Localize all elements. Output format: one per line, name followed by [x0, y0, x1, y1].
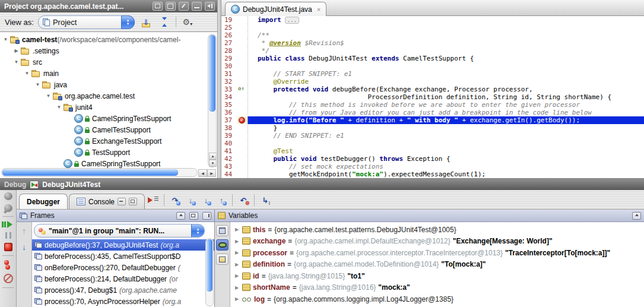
gutter-cell[interactable]: [237, 24, 248, 31]
resume-program-icon[interactable]: [7, 221, 12, 228]
line-number[interactable]: 31: [221, 70, 237, 78]
code-text[interactable]: log.info("Before " + definition + " with…: [248, 116, 644, 124]
code-line[interactable]: 32 @Override: [221, 78, 644, 86]
scroll-down-button[interactable]: ▼: [209, 160, 217, 167]
line-number[interactable]: 33: [221, 86, 237, 93]
code-line[interactable]: 44 getMockEndpoint("mock:a").expectedMes…: [221, 170, 644, 178]
variable-row[interactable]: ▶shortName = {java.lang.String@1016}"moc…: [230, 282, 644, 294]
tree-expander-icon[interactable]: ▼: [34, 82, 42, 87]
view-breakpoints-icon[interactable]: [4, 260, 12, 270]
line-number[interactable]: 36: [221, 109, 237, 116]
hide-panel-icon[interactable]: [205, 2, 215, 11]
step-into-icon[interactable]: ↓: [183, 193, 198, 207]
variable-row[interactable]: ▶exchange = {org.apache.camel.impl.Defau…: [230, 236, 644, 248]
code-text[interactable]: import...: [248, 16, 644, 24]
float-icon[interactable]: [189, 212, 198, 220]
variable-row[interactable]: ▶log = {org.apache.commons.logging.impl.…: [230, 293, 644, 305]
tree-expander-icon[interactable]: ▼: [45, 93, 52, 99]
stack-frame-row[interactable]: onBeforeProcess():270, DefaultDebugger (: [32, 262, 214, 273]
stack-frame-row[interactable]: beforeProcess():435, CamelTestSupport$D: [32, 251, 214, 262]
override-marker-icon[interactable]: o↑: [238, 86, 245, 91]
calculator-icon[interactable]: [216, 225, 229, 236]
close-tab-icon[interactable]: ×: [317, 6, 321, 13]
code-text[interactable]: * @version $Revision$: [248, 39, 644, 47]
code-text[interactable]: [248, 24, 644, 31]
gutter-cell[interactable]: [237, 16, 248, 24]
line-number[interactable]: 42: [221, 155, 237, 163]
pane-splitter[interactable]: [217, 0, 221, 178]
code-text[interactable]: // set mock expectations: [248, 163, 644, 170]
frame-down-icon[interactable]: ↓: [22, 242, 26, 252]
code-text[interactable]: protected void debugBefore(Exchange exch…: [248, 86, 644, 93]
auto-variables-icon[interactable]: [216, 254, 229, 265]
code-line[interactable]: 36 // from your Java editor you can just…: [221, 109, 644, 116]
line-number[interactable]: 25: [221, 24, 237, 31]
line-number[interactable]: 35: [221, 101, 237, 109]
gutter-cell[interactable]: [237, 93, 248, 101]
tree-horizontal-scrollbar[interactable]: [1, 168, 198, 177]
line-number[interactable]: 30: [221, 62, 237, 70]
code-text[interactable]: /**: [248, 31, 644, 39]
code-line[interactable]: 19import...: [221, 16, 644, 24]
gutter-cell[interactable]: [237, 109, 248, 116]
gutter-cell[interactable]: [237, 132, 248, 140]
gutter-cell[interactable]: [237, 147, 248, 155]
minimize-icon[interactable]: [192, 2, 202, 11]
scrollbar-thumb[interactable]: [207, 239, 212, 292]
collapse-all-icon[interactable]: [157, 15, 172, 29]
code-line[interactable]: 41 @Test: [221, 147, 644, 155]
code-text[interactable]: public void testDebugger() throws Except…: [248, 155, 644, 163]
gutter-cell[interactable]: [237, 124, 248, 132]
line-number[interactable]: 40: [221, 140, 237, 147]
code-line[interactable]: 25: [221, 24, 644, 31]
step-out-icon[interactable]: ↑: [214, 193, 229, 207]
gutter-cell[interactable]: [237, 39, 248, 47]
gutter-cell[interactable]: [237, 55, 248, 62]
thread-select[interactable]: "main"@1 in group "main": RUN... ▲ ▼: [34, 224, 205, 238]
autoscroll-to-source-icon[interactable]: ⇓: [139, 15, 153, 29]
mute-breakpoints-icon[interactable]: [4, 274, 13, 283]
bug-icon[interactable]: [4, 192, 12, 200]
tree-item[interactable]: ▼main: [0, 68, 217, 79]
code-line[interactable]: 27 * @version $Revision$: [221, 39, 644, 47]
gutter-cell[interactable]: [237, 70, 248, 78]
code-text[interactable]: // START SNIPPET: e1: [248, 70, 644, 78]
code-line[interactable]: 37✓ log.info("Before " + definition + " …: [221, 116, 644, 124]
pin-icon[interactable]: [179, 2, 189, 11]
code-line[interactable]: 34 ProcessorDefinition definition, Strin…: [221, 93, 644, 101]
gutter-cell[interactable]: [237, 140, 248, 147]
code-text[interactable]: ProcessorDefinition definition, String i…: [248, 93, 644, 101]
tree-item[interactable]: CExchangeTestSupport: [0, 135, 217, 147]
stack-frame-row[interactable]: debugBefore():37, DebugJUnit4Test (org.a: [32, 239, 214, 251]
code-line[interactable]: 26/**: [221, 31, 644, 39]
tree-item[interactable]: ▼org.apache.camel.test: [0, 90, 217, 102]
run-to-cursor-icon[interactable]: ↳ I: [258, 193, 272, 207]
line-number[interactable]: 44: [221, 170, 237, 178]
drop-frame-icon[interactable]: ↶ ⊗: [236, 193, 250, 207]
tree-item[interactable]: CCamelSpringTestSupport: [0, 113, 217, 124]
gutter-cell[interactable]: [237, 62, 248, 70]
stack-frame-row[interactable]: beforeProcess():214, DefaultDebugger (or: [32, 273, 214, 284]
line-number[interactable]: 26: [221, 31, 237, 39]
tab-console[interactable]: Console: [69, 194, 145, 209]
export-icon[interactable]: [118, 198, 126, 205]
gutter-cell[interactable]: [237, 155, 248, 163]
editor-tab[interactable]: C DebugJUnit4Test.java ×: [225, 2, 326, 16]
stack-frame-row[interactable]: process():47, Debug$1 (org.apache.came: [32, 284, 214, 296]
line-number[interactable]: 27: [221, 39, 237, 47]
tree-item[interactable]: CTestSupport: [0, 147, 217, 158]
dock-mode-icon[interactable]: [166, 2, 176, 11]
frame-up-icon[interactable]: ↑: [22, 226, 26, 236]
code-line[interactable]: 39 // END SNIPPET: e1: [221, 132, 644, 140]
tree-expander-icon[interactable]: ▼: [2, 37, 9, 42]
line-number[interactable]: 19: [221, 16, 237, 24]
variable-row[interactable]: ▶processor = {org.apache.camel.processor…: [230, 247, 644, 259]
expand-arrow-icon[interactable]: ▶: [234, 285, 240, 290]
code-text[interactable]: */: [248, 47, 644, 55]
breakpoint-icon[interactable]: ✓: [239, 117, 245, 124]
tree-item[interactable]: ▼junit4: [0, 102, 217, 113]
line-number[interactable]: 39: [221, 132, 237, 140]
expand-arrow-icon[interactable]: ▶: [234, 239, 240, 244]
tree-expander-icon[interactable]: ▼: [55, 105, 63, 110]
stop-icon[interactable]: [4, 243, 12, 251]
